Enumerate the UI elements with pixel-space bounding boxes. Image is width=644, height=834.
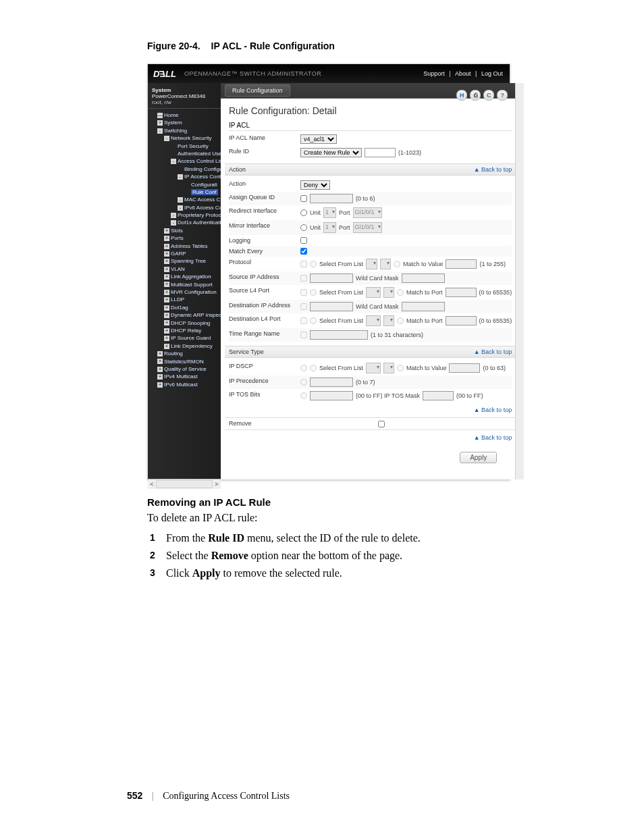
tree-item[interactable]: +IPv6 Multicast: [157, 381, 219, 388]
tree-toggle-icon[interactable]: +: [164, 305, 169, 311]
tree-item[interactable]: +Dynamic ARP Inspection: [164, 311, 219, 319]
tree-item-label[interactable]: Proprietary Protocol: [178, 212, 221, 218]
tree-item[interactable]: +Link Aggregation: [164, 273, 219, 280]
remove-checkbox[interactable]: [378, 421, 385, 427]
redirect-radio[interactable]: [300, 209, 307, 216]
ip-prec-input[interactable]: [310, 377, 353, 387]
tree-item[interactable]: +MVR Configuration: [164, 288, 219, 296]
tree-toggle-icon[interactable]: [178, 167, 183, 172]
match-every-checkbox[interactable]: [300, 248, 307, 255]
tree-toggle-icon[interactable]: [171, 151, 176, 157]
tree-item[interactable]: -Switching-Network SecurityPort Security…: [157, 127, 219, 350]
dst-l4-list-radio[interactable]: [310, 317, 317, 324]
time-range-input[interactable]: [310, 330, 368, 340]
tree-item-label[interactable]: Address Tables: [171, 243, 208, 249]
src-ip-mask-input[interactable]: [402, 273, 445, 283]
ip-acl-name-select[interactable]: v4_acl1: [300, 134, 337, 144]
apply-button[interactable]: Apply: [460, 452, 497, 463]
src-ip-input[interactable]: [310, 273, 353, 283]
tree-item-label[interactable]: Link Dependency: [171, 343, 213, 349]
tree-toggle-icon[interactable]: +: [164, 320, 169, 325]
dst-l4-port-input[interactable]: [446, 316, 477, 325]
tree-item-label[interactable]: Routing: [164, 351, 183, 357]
tree-toggle-icon[interactable]: +: [164, 313, 169, 318]
tree-item-label[interactable]: Dot1ag: [171, 305, 188, 311]
tree-item[interactable]: -MAC Access C: [178, 196, 219, 203]
action-select[interactable]: Deny: [300, 180, 330, 190]
tree-item-label[interactable]: Statistics/RMON: [164, 359, 204, 365]
tree-item[interactable]: +Multicast Support: [164, 281, 219, 288]
tree-toggle-icon[interactable]: [184, 190, 190, 195]
ip-tos-input[interactable]: [310, 391, 353, 400]
tree-item[interactable]: +Spanning Tree: [164, 257, 219, 265]
logging-checkbox[interactable]: [300, 237, 307, 244]
tree-item-label[interactable]: MAC Access C: [184, 197, 220, 203]
ip-prec-radio[interactable]: [300, 379, 307, 386]
tree-item-label[interactable]: MVR Configuration: [171, 289, 217, 295]
tree-toggle-icon[interactable]: +: [164, 328, 169, 334]
link-about[interactable]: About: [454, 70, 473, 77]
tree-toggle-icon[interactable]: -: [157, 128, 163, 134]
tree-toggle-icon[interactable]: +: [157, 382, 163, 388]
tree-toggle-icon[interactable]: +: [164, 267, 169, 272]
tree-toggle-icon[interactable]: +: [164, 244, 169, 249]
tree-toggle-icon[interactable]: +: [157, 351, 163, 357]
tree-item-label[interactable]: Ports: [171, 236, 184, 242]
back-to-top-link-3[interactable]: ▲ Back to top: [229, 407, 512, 413]
src-ip-checkbox[interactable]: [300, 275, 307, 282]
tree-item-label[interactable]: Multicast Support: [171, 282, 213, 288]
tree-item[interactable]: +IP Source Guard: [164, 334, 219, 342]
assign-queue-checkbox[interactable]: [300, 195, 307, 202]
tree-toggle-icon[interactable]: +: [157, 359, 163, 364]
tree-item-label[interactable]: Spanning Tree: [171, 259, 206, 265]
src-l4-list-radio[interactable]: [310, 289, 317, 296]
tree-item[interactable]: +GARP: [164, 250, 219, 257]
tree-item[interactable]: -IP Access ContConfiguratiRule Conf: [178, 173, 219, 196]
tree-item[interactable]: -Network SecurityPort SecurityAuthentica…: [164, 134, 219, 227]
tree-item-label[interactable]: Quality of Service: [164, 366, 207, 372]
tree-toggle-icon[interactable]: +: [157, 374, 163, 380]
protocol-value-radio[interactable]: [394, 261, 400, 267]
tree-toggle-icon[interactable]: +: [164, 344, 169, 349]
tree-item-label[interactable]: DHCP Snooping: [171, 320, 211, 326]
vertical-scrollbar[interactable]: [515, 83, 524, 479]
tree-item[interactable]: Binding Configu: [178, 165, 219, 173]
save-icon[interactable]: H: [456, 90, 467, 101]
dst-l4-checkbox[interactable]: [300, 317, 307, 324]
tree-toggle-icon[interactable]: -: [171, 213, 176, 218]
tree-item[interactable]: +Dot1ag: [164, 304, 219, 311]
tree-item[interactable]: Rule Conf: [184, 188, 219, 196]
tree-toggle-icon[interactable]: +: [164, 236, 169, 241]
protocol-list-radio[interactable]: [310, 261, 317, 267]
link-support[interactable]: Support: [422, 70, 446, 77]
protocol-value-input[interactable]: [446, 259, 477, 269]
ip-dscp-value-radio[interactable]: [397, 365, 404, 371]
tree-item[interactable]: +Routing: [157, 350, 219, 357]
tree-item-label[interactable]: Home: [164, 112, 178, 118]
tree-item-label[interactable]: IPv6 Multicast: [164, 382, 198, 388]
src-l4-checkbox[interactable]: [300, 289, 307, 296]
tree-item[interactable]: +Address Tables: [164, 242, 219, 250]
ip-tos-radio[interactable]: [300, 392, 307, 399]
tree-item-label[interactable]: IP Access Cont: [184, 174, 221, 180]
tree-toggle-icon[interactable]: [171, 143, 176, 149]
tree-toggle-icon[interactable]: +: [164, 336, 169, 341]
ip-dscp-radio[interactable]: [300, 365, 307, 371]
tree-item-label[interactable]: Dot1x Authentication: [178, 220, 221, 226]
mirror-radio[interactable]: [300, 224, 307, 231]
src-l4-port-radio[interactable]: [397, 289, 404, 296]
tree-item-label[interactable]: Binding Configu: [184, 166, 221, 172]
nav-horizontal-scrollbar[interactable]: <>: [148, 479, 221, 489]
tree-item-label[interactable]: System: [164, 120, 182, 126]
tree-toggle-icon[interactable]: -: [178, 174, 183, 180]
dst-ip-mask-input[interactable]: [402, 302, 445, 311]
link-logout[interactable]: Log Out: [480, 70, 504, 77]
tree-item[interactable]: +DHCP Relay: [164, 327, 219, 334]
tree-toggle-icon[interactable]: [184, 182, 190, 187]
tree-item[interactable]: +LLDP: [164, 296, 219, 303]
tree-item-label[interactable]: Access Control Lists: [178, 159, 221, 165]
tree-toggle-icon[interactable]: +: [164, 297, 169, 303]
src-l4-port-input[interactable]: [446, 288, 477, 297]
tree-toggle-icon[interactable]: +: [164, 228, 169, 234]
nav-tree[interactable]: —Home+System-Switching-Network SecurityP…: [148, 109, 221, 391]
